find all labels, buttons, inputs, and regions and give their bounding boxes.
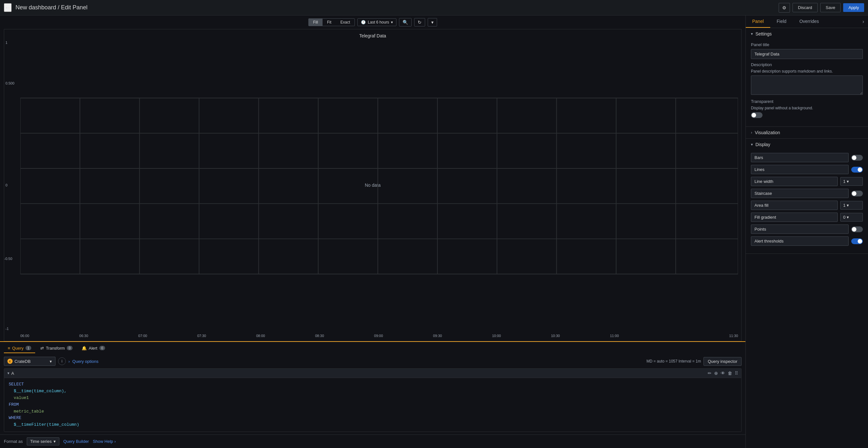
- main-layout: Fill Fit Exact 🕐 Last 6 hours ▾ 🔍 ↻ ▾ Te…: [0, 15, 868, 448]
- area-fill-row: Area fill 1 ▾: [751, 201, 863, 210]
- line-width-label: Line width: [751, 177, 838, 186]
- transparent-label: Transparent: [751, 99, 863, 104]
- query-editor[interactable]: SELECT $__time(time_column), value1 FROM…: [4, 378, 741, 431]
- transparent-toggle[interactable]: [751, 112, 763, 118]
- expand-right-panel-icon[interactable]: ›: [859, 15, 868, 28]
- sql-value1: value1: [14, 395, 29, 400]
- discard-button[interactable]: Discard: [793, 3, 818, 12]
- lines-toggle[interactable]: [851, 167, 863, 172]
- copy-icon[interactable]: ⊕: [714, 371, 718, 376]
- collapse-icon[interactable]: ▾: [7, 371, 9, 376]
- x-label-0900: 09:00: [374, 334, 383, 338]
- staircase-toggle[interactable]: [851, 191, 863, 196]
- points-label: Points: [751, 224, 849, 234]
- show-help-button[interactable]: Show Help ›: [93, 439, 116, 444]
- delete-icon[interactable]: 🗑: [728, 371, 732, 376]
- transparent-hint: Display panel without a background.: [751, 106, 863, 110]
- tab-field[interactable]: Field: [770, 15, 793, 28]
- time-range-button[interactable]: 🕐 Last 6 hours ▾: [358, 19, 396, 26]
- query-tab-label: Query: [12, 346, 24, 351]
- query-builder-button[interactable]: Query Builder: [63, 439, 89, 444]
- edit-icon[interactable]: ✏: [708, 371, 712, 376]
- chevron-right-icon: ›: [68, 359, 70, 364]
- transparent-row: Transparent Display panel without a back…: [751, 99, 863, 118]
- info-button[interactable]: i: [58, 357, 66, 365]
- settings-collapse-icon: ▾: [751, 32, 753, 36]
- staircase-toggle-knob: [852, 191, 857, 196]
- header-actions: ⚙ Discard Save Apply: [779, 3, 864, 12]
- alert-thresholds-label: Alert thresholds: [751, 236, 849, 246]
- time-range-label: Last 6 hours: [368, 20, 389, 25]
- description-hint: Panel description supports markdown and …: [751, 69, 863, 73]
- fill-fit-group: Fill Fit Exact: [308, 19, 355, 26]
- line-width-control: 1 ▾: [840, 177, 863, 186]
- area-fill-dropdown-icon: ▾: [847, 203, 849, 208]
- y-axis-neg-1: -1: [5, 327, 9, 330]
- eye-icon[interactable]: 👁: [721, 371, 725, 376]
- tab-transform[interactable]: ⇄ Transform 0: [36, 344, 76, 353]
- query-options-link[interactable]: Query options: [72, 359, 98, 364]
- exact-button[interactable]: Exact: [336, 19, 354, 26]
- fit-button[interactable]: Fit: [322, 19, 336, 26]
- query-inspector-button[interactable]: Query inspector: [704, 357, 742, 366]
- back-button[interactable]: ←: [4, 3, 11, 12]
- save-button[interactable]: Save: [820, 3, 841, 12]
- alert-tab-label: Alert: [89, 346, 97, 351]
- x-label-0630: 06:30: [79, 334, 88, 338]
- tab-alert[interactable]: 🔔 Alert 0: [78, 344, 109, 353]
- zoom-out-button[interactable]: 🔍: [399, 18, 411, 27]
- area-fill-control: 1 ▾: [840, 201, 863, 210]
- settings-label: Settings: [755, 31, 772, 36]
- alert-thresholds-row: Alert thresholds: [751, 236, 863, 246]
- datasource-selector[interactable]: C CrateDB ▾: [4, 357, 56, 366]
- fill-gradient-select[interactable]: 0 ▾: [840, 213, 863, 222]
- lines-label: Lines: [751, 165, 849, 174]
- points-toggle-knob: [852, 227, 857, 232]
- refresh-button[interactable]: ↻: [414, 18, 425, 27]
- line-width-select[interactable]: 1 ▾: [840, 177, 863, 186]
- sql-table: metric_table: [14, 409, 44, 414]
- x-label-1030: 10:30: [551, 334, 560, 338]
- show-help-icon: ›: [115, 439, 116, 444]
- alert-tab-icon: 🔔: [82, 346, 87, 351]
- datasource-row: C CrateDB ▾ i › Query options MD = auto …: [4, 357, 742, 366]
- tab-query[interactable]: ≡ Query 1: [4, 344, 35, 353]
- settings-content: Panel title Description Panel descriptio…: [746, 40, 868, 126]
- display-section-header[interactable]: ▾ Display: [746, 139, 868, 150]
- apply-button[interactable]: Apply: [843, 3, 864, 12]
- display-label: Display: [755, 142, 770, 147]
- fill-button[interactable]: Fill: [309, 19, 322, 26]
- points-toggle[interactable]: [851, 226, 863, 232]
- settings-icon-button[interactable]: ⚙: [779, 3, 790, 12]
- transparent-toggle-knob: [751, 113, 756, 118]
- bottom-bar: Format as Time series ▾ Query Builder Sh…: [0, 435, 745, 448]
- bars-toggle[interactable]: [851, 155, 863, 161]
- settings-section: ▾ Settings Panel title Description Panel…: [746, 28, 868, 127]
- format-as-label: Format as: [4, 439, 23, 444]
- visualization-section-header[interactable]: › Visualization: [746, 127, 868, 138]
- cratedb-icon: C: [7, 359, 12, 364]
- tab-overrides[interactable]: Overrides: [793, 15, 826, 28]
- right-panel: Panel Field Overrides › ▾ Settings Panel…: [745, 15, 868, 448]
- format-select[interactable]: Time series ▾: [27, 437, 60, 445]
- x-label-0700: 07:00: [138, 334, 147, 338]
- points-row: Points: [751, 224, 863, 234]
- area-fill-select[interactable]: 1 ▾: [840, 201, 863, 210]
- alert-thresholds-toggle[interactable]: [851, 238, 863, 244]
- query-block-header: ▾ A ✏ ⊕ 👁 🗑 ⠿: [4, 369, 741, 378]
- description-textarea[interactable]: [751, 75, 863, 95]
- x-label-1000: 10:00: [492, 334, 501, 338]
- alert-thresholds-control: [851, 238, 863, 244]
- panel-title-input[interactable]: [751, 49, 863, 59]
- format-value: Time series: [30, 439, 52, 444]
- area-fill-value: 1: [843, 203, 845, 208]
- transform-tab-icon: ⇄: [40, 346, 44, 351]
- description-row: Description Panel description supports m…: [751, 62, 863, 96]
- drag-icon[interactable]: ⠿: [735, 371, 738, 376]
- tab-panel[interactable]: Panel: [746, 15, 770, 28]
- settings-section-header[interactable]: ▾ Settings: [746, 28, 868, 40]
- chart-container: Telegraf Data No data: [4, 29, 742, 341]
- transform-tab-badge: 0: [67, 346, 72, 350]
- more-options-button[interactable]: ▾: [428, 18, 437, 27]
- bars-label: Bars: [751, 153, 849, 162]
